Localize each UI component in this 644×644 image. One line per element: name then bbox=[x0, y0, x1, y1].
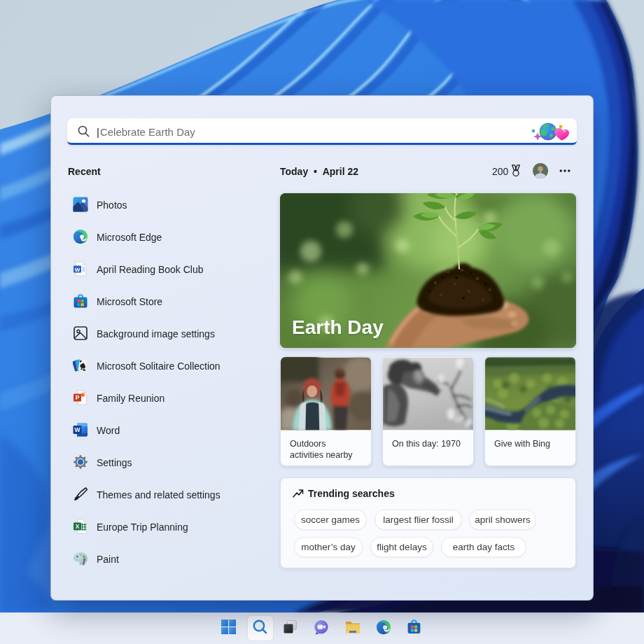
svg-text:X: X bbox=[76, 523, 80, 530]
svg-text:W: W bbox=[75, 267, 80, 273]
svg-text:W: W bbox=[74, 426, 80, 433]
svg-text:P: P bbox=[76, 394, 80, 401]
